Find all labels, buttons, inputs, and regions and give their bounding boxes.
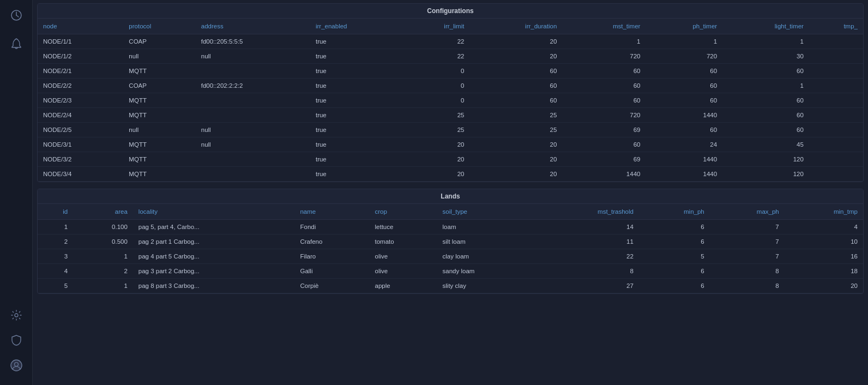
col-header-max_ph[interactable]: max_ph xyxy=(710,204,785,220)
cell-id: 2 xyxy=(38,234,73,249)
table-row: NODE/3/4MQTTtrue202014401440120 xyxy=(38,167,863,182)
cell-id: 3 xyxy=(38,249,73,264)
cell-protocol: MQTT xyxy=(123,108,195,123)
col-header-area[interactable]: area xyxy=(73,204,133,220)
cell-min_tmp: 20 xyxy=(785,279,863,293)
cell-min_tmp: 4 xyxy=(785,220,863,234)
cell-locality: pag 8 part 3 Carbog... xyxy=(133,279,295,293)
table-row: NODE/2/5nullnulltrue2525696060 xyxy=(38,123,863,137)
cell-mst_timer: 1 xyxy=(562,34,646,49)
cell-protocol: COAP xyxy=(123,79,195,93)
cell-node: NODE/3/2 xyxy=(38,152,123,167)
dashboard-icon[interactable] xyxy=(8,7,25,24)
col-header-mst_timer[interactable]: mst_timer xyxy=(562,19,646,34)
cell-node: NODE/2/2 xyxy=(38,79,123,93)
cell-locality: pag 4 part 5 Carbog... xyxy=(133,249,295,264)
col-header-irr_limit[interactable]: irr_limit xyxy=(402,19,469,34)
cell-ph_timer: 60 xyxy=(646,79,722,93)
cell-mst_trashold: 14 xyxy=(534,220,639,234)
cell-tmp_ xyxy=(809,108,863,123)
col-header-locality[interactable]: locality xyxy=(133,204,295,220)
cell-min_tmp: 18 xyxy=(785,264,863,279)
col-header-irr_duration[interactable]: irr_duration xyxy=(469,19,562,34)
cell-light_timer: 30 xyxy=(722,49,809,64)
cell-address xyxy=(196,152,310,167)
cell-address: fd00::205:5:5:5 xyxy=(196,34,310,49)
table-row: NODE/2/4MQTTtrue2525720144060 xyxy=(38,108,863,123)
cell-id: 1 xyxy=(38,220,73,234)
col-header-ph_timer[interactable]: ph_timer xyxy=(646,19,722,34)
cell-crop: olive xyxy=(369,264,437,279)
col-header-name[interactable]: name xyxy=(294,204,369,220)
cell-protocol: MQTT xyxy=(123,152,195,167)
cell-irr_limit: 0 xyxy=(402,64,469,79)
cell-ph_timer: 60 xyxy=(646,123,722,137)
cell-tmp_ xyxy=(809,64,863,79)
col-header-irr_enabled[interactable]: irr_enabled xyxy=(310,19,402,34)
bell-icon[interactable] xyxy=(8,35,25,52)
col-header-address[interactable]: address xyxy=(196,19,310,34)
col-header-min_ph[interactable]: min_ph xyxy=(639,204,710,220)
cell-mst_timer: 69 xyxy=(562,152,646,167)
cell-min_tmp: 16 xyxy=(785,249,863,264)
cell-tmp_ xyxy=(809,34,863,49)
cell-irr_enabled: true xyxy=(310,79,402,93)
cell-ph_timer: 1440 xyxy=(646,167,722,182)
col-header-soil_type[interactable]: soil_type xyxy=(437,204,534,220)
cell-mst_timer: 1440 xyxy=(562,167,646,182)
table-row: NODE/1/2nullnulltrue222072072030 xyxy=(38,49,863,64)
table-row: 20.500pag 2 part 1 Carbog...Crafenotomat… xyxy=(38,234,863,249)
shield-icon[interactable] xyxy=(8,332,25,349)
cell-id: 4 xyxy=(38,264,73,279)
cell-mst_trashold: 27 xyxy=(534,279,639,293)
cell-irr_enabled: true xyxy=(310,108,402,123)
cell-irr_limit: 25 xyxy=(402,108,469,123)
avatar-icon[interactable] xyxy=(8,357,25,374)
cell-address: null xyxy=(196,137,310,152)
cell-tmp_ xyxy=(809,79,863,93)
col-header-light_timer[interactable]: light_timer xyxy=(722,19,809,34)
cell-crop: apple xyxy=(369,279,437,293)
cell-ph_timer: 60 xyxy=(646,93,722,108)
lands-title: Lands xyxy=(38,189,863,204)
sidebar-bottom xyxy=(8,306,25,378)
cell-tmp_ xyxy=(809,152,863,167)
cell-max_ph: 8 xyxy=(710,264,785,279)
cell-node: NODE/1/1 xyxy=(38,34,123,49)
cell-max_ph: 7 xyxy=(710,234,785,249)
cell-light_timer: 1 xyxy=(722,79,809,93)
cell-locality: pag 3 part 2 Carbog... xyxy=(133,264,295,279)
cell-protocol: null xyxy=(123,123,195,137)
lands-table-wrapper[interactable]: idarealocalitynamecropsoil_typemst_trash… xyxy=(38,204,863,293)
configurations-table-wrapper[interactable]: nodeprotocoladdressirr_enabledirr_limiti… xyxy=(38,19,863,182)
table-row: 10.100pag 5, part 4, Carbo...Fondilettuc… xyxy=(38,220,863,234)
col-header-node[interactable]: node xyxy=(38,19,123,34)
col-header-id[interactable]: id xyxy=(38,204,73,220)
col-header-crop[interactable]: crop xyxy=(369,204,437,220)
cell-irr_duration: 60 xyxy=(469,64,562,79)
cell-irr_enabled: true xyxy=(310,64,402,79)
cell-address xyxy=(196,93,310,108)
cell-tmp_ xyxy=(809,137,863,152)
settings-icon[interactable] xyxy=(8,306,25,324)
main-content: Configurations nodeprotocoladdressirr_en… xyxy=(33,0,868,385)
cell-light_timer: 60 xyxy=(722,64,809,79)
cell-tmp_ xyxy=(809,93,863,108)
table-row: NODE/2/3MQTTtrue060606060 xyxy=(38,93,863,108)
cell-address: fd00::202:2:2:2 xyxy=(196,79,310,93)
cell-ph_timer: 24 xyxy=(646,137,722,152)
cell-node: NODE/1/2 xyxy=(38,49,123,64)
table-row: NODE/3/1MQTTnulltrue2020602445 xyxy=(38,137,863,152)
col-header-mst_trashold[interactable]: mst_trashold xyxy=(534,204,639,220)
cell-area: 0.500 xyxy=(73,234,133,249)
cell-irr_duration: 20 xyxy=(469,152,562,167)
col-header-tmp_[interactable]: tmp_ xyxy=(809,19,863,34)
cell-name: Galli xyxy=(294,264,369,279)
cell-light_timer: 120 xyxy=(722,152,809,167)
cell-node: NODE/3/1 xyxy=(38,137,123,152)
cell-area: 1 xyxy=(73,279,133,293)
col-header-protocol[interactable]: protocol xyxy=(123,19,195,34)
table-row: NODE/2/2COAPfd00::202:2:2:2true06060601 xyxy=(38,79,863,93)
col-header-min_tmp[interactable]: min_tmp xyxy=(785,204,863,220)
cell-name: Corpiè xyxy=(294,279,369,293)
